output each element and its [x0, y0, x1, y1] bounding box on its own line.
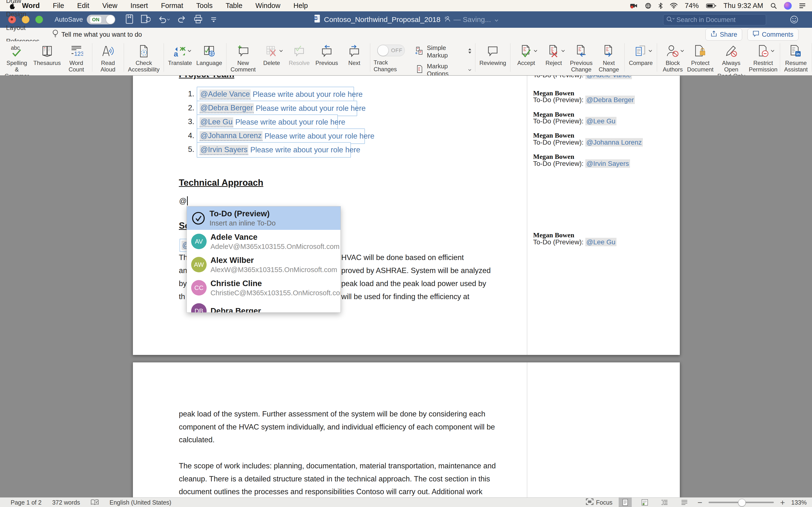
mention-option-person[interactable]: DB Debra Berger [187, 299, 341, 313]
zoom-out-button[interactable]: − [698, 498, 702, 507]
control-center-icon[interactable] [799, 3, 806, 9]
menu-tools[interactable]: Tools [190, 2, 219, 10]
todo-list-item[interactable]: @Johanna Lorenz Please write about your … [197, 128, 365, 144]
print-icon[interactable] [194, 14, 203, 24]
undo-icon[interactable] [158, 15, 170, 24]
todo-list-item[interactable]: @Debra Berger Please write about your ro… [197, 101, 357, 116]
page-count[interactable]: Page 1 of 2 [11, 499, 42, 506]
menu-table[interactable]: Table [219, 2, 249, 10]
menu-clock[interactable]: Thu 9:32 AM [723, 2, 763, 10]
zoom-value[interactable]: 133% [791, 499, 807, 506]
new-comment-button[interactable]: New Comment [231, 41, 256, 73]
print-layout-view-button[interactable] [619, 498, 632, 507]
tell-me-box[interactable]: Tell me what you want to do [52, 30, 142, 40]
menu-format[interactable]: Format [154, 2, 190, 10]
comment-mention[interactable]: @Irvin Sayers [585, 159, 630, 168]
next-change-button[interactable]: Next Change [597, 41, 620, 73]
title-chevron-icon[interactable] [495, 15, 499, 24]
language-status[interactable]: English (United States) [109, 499, 171, 506]
comment-entry[interactable]: To-Do (Preview): @Lee Gu [533, 117, 616, 125]
tab-design[interactable]: Design [0, 7, 45, 21]
save-icon[interactable] [125, 14, 134, 25]
block-authors-button[interactable]: Block Authors [661, 41, 684, 73]
search-input[interactable]: Search in Document [663, 14, 766, 25]
customize-toolbar-icon[interactable] [210, 15, 217, 24]
autosave-toggle[interactable]: ON [87, 15, 115, 24]
comment-entry[interactable]: To-Do (Preview): @Irvin Sayers [533, 160, 630, 168]
mention-link[interactable]: @Debra Berger [200, 103, 254, 113]
stepper-icon[interactable] [468, 48, 472, 56]
comment-mention[interactable]: @Johanna Lorenz [585, 138, 643, 147]
todo-list-item[interactable]: @Lee Gu Please write about your role her… [197, 114, 338, 130]
language-button[interactable]: Language [196, 41, 222, 66]
word-count-button[interactable]: 123 Word Count [65, 41, 88, 73]
zoom-slider[interactable] [709, 502, 774, 503]
siri-icon[interactable] [784, 2, 792, 10]
spelling-grammar-button[interactable]: abc Spelling & Grammar [4, 41, 30, 79]
mention-option-person[interactable]: AV Adele Vance AdeleV@M365x103155.OnMicr… [187, 230, 341, 253]
comment-entry[interactable]: To-Do (Preview): @Debra Berger [533, 96, 635, 104]
mention-option-todo[interactable]: To-Do (Preview) Insert an inline To-Do [187, 207, 341, 230]
menu-help[interactable]: Help [287, 2, 314, 10]
share-button[interactable]: Share [705, 29, 742, 41]
translate-button[interactable]: aж Translate [168, 41, 192, 66]
feedback-smiley-icon[interactable] [790, 15, 799, 25]
draft-view-button[interactable] [678, 498, 691, 507]
todo-list-item[interactable]: @Irvin Sayers Please write about your ro… [197, 142, 351, 158]
camera-icon[interactable] [630, 3, 638, 9]
mention-option-person[interactable]: CC Christie Cline ChristieC@M365x103155.… [187, 276, 341, 299]
todo-list-item[interactable]: @Adele Vance Please write about your rol… [197, 87, 354, 102]
globe-icon[interactable] [645, 3, 651, 9]
thesaurus-button[interactable]: Thesaurus [34, 41, 60, 66]
mention-link[interactable]: @Lee Gu [200, 117, 233, 127]
delete-comment-button[interactable]: Delete [260, 41, 283, 66]
mention-option-person[interactable]: AW Alex Wilber AlexW@M365x103155.OnMicro… [187, 253, 341, 276]
mention-link[interactable]: @Adele Vance [200, 90, 251, 100]
focus-button[interactable]: Focus [586, 498, 612, 507]
bluetooth-icon[interactable] [659, 2, 663, 9]
menu-edit[interactable]: Edit [70, 2, 96, 10]
battery-icon[interactable] [706, 3, 716, 8]
document-page-1[interactable]: Project Team1. @Adele Vance Please write… [133, 75, 680, 355]
check-accessibility-button[interactable]: Check Accessibility [128, 41, 160, 73]
outline-view-button[interactable] [658, 498, 671, 507]
share-sync-icon[interactable] [141, 14, 151, 25]
tab-layout[interactable]: Layout [0, 21, 45, 35]
always-open-read-only-button[interactable]: Always Open Read-Only [716, 41, 746, 79]
restrict-permission-button[interactable]: Restrict Permission [751, 41, 776, 73]
accept-change-button[interactable]: Accept [514, 41, 538, 66]
track-changes-toggle[interactable]: OFF [377, 45, 405, 56]
menu-window[interactable]: Window [249, 2, 287, 10]
web-layout-view-button[interactable] [638, 498, 652, 507]
comment-entry[interactable]: To-Do (Preview): @Johanna Lorenz [533, 138, 643, 146]
simple-markup-select[interactable]: Simple Markup [415, 44, 471, 59]
previous-change-button[interactable]: Previous Change [570, 41, 593, 73]
comment-entry[interactable]: To-Do (Preview): @Lee Gu [533, 238, 616, 246]
zoom-in-button[interactable]: + [780, 498, 785, 507]
mention-link[interactable]: @Irvin Sayers [200, 145, 248, 155]
comment-mention[interactable]: @Lee Gu [585, 117, 616, 125]
proofing-icon[interactable] [91, 499, 99, 506]
menu-view[interactable]: View [96, 2, 124, 10]
next-comment-button[interactable]: Next [343, 41, 366, 66]
comment-entry-cut[interactable]: To-Do (Preview): @Adele Vance [533, 75, 668, 80]
comment-mention[interactable]: @Lee Gu [585, 238, 616, 246]
mention-link[interactable]: @Johanna Lorenz [200, 131, 262, 141]
previous-comment-button[interactable]: Previous [315, 41, 338, 66]
reject-change-button[interactable]: Reject [542, 41, 565, 66]
protect-document-button[interactable]: Protect Document [689, 41, 712, 73]
spotlight-icon[interactable] [770, 3, 777, 9]
resume-assistant-button[interactable]: in Resume Assistant [784, 41, 808, 73]
reviewing-pane-button[interactable]: Reviewing [479, 41, 506, 66]
comments-button[interactable]: Comments [748, 29, 799, 41]
document-page-2[interactable]: peak load of the system. Further assessm… [133, 362, 680, 497]
comment-mention[interactable]: @Adele Vance [585, 75, 632, 79]
tab-draw[interactable]: Draw [0, 0, 45, 7]
menu-file[interactable]: File [46, 2, 71, 10]
wifi-icon[interactable] [670, 3, 678, 9]
redo-icon[interactable] [177, 15, 186, 24]
zoom-slider-thumb[interactable] [738, 499, 746, 507]
comment-mention[interactable]: @Debra Berger [585, 96, 635, 104]
word-count-status[interactable]: 372 words [52, 499, 80, 506]
resolve-comment-button[interactable]: Resolve [288, 41, 311, 66]
